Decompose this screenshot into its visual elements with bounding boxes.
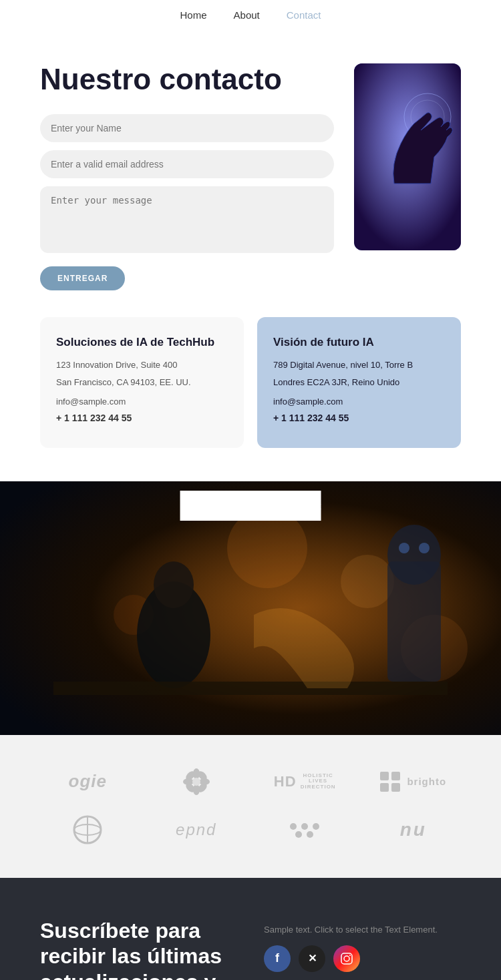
card-blue: Visión de futuro IA 789 Digital Avenue, … [257, 317, 461, 448]
footer-left: Suscríbete para recibir las últimas actu… [40, 918, 237, 980]
card2-email: info@sample.com [273, 395, 445, 409]
hero-section: Home About Contact [0, 481, 501, 735]
card2-phone: + 1 111 232 44 55 [273, 411, 445, 425]
logos-section: ogie HD HOLISTICLIVESDIRECTION [0, 735, 501, 878]
contact-title: Nuestro contacto [40, 63, 334, 95]
social-icons: f ✕ [264, 945, 360, 972]
svg-rect-27 [380, 783, 389, 792]
logo-circle [73, 815, 102, 844]
contact-image [354, 63, 461, 250]
card2-address1: 789 Digital Avenue, nivel 10, Torre B [273, 358, 445, 372]
svg-point-6 [341, 555, 394, 608]
instagram-icon[interactable] [333, 945, 360, 972]
logo-dots [288, 820, 321, 840]
footer-section: Suscríbete para recibir las últimas actu… [0, 878, 501, 980]
svg-point-24 [192, 778, 200, 786]
footer-right: Sample text. Click to select the Text El… [264, 918, 461, 980]
logo-flower [183, 768, 210, 795]
svg-point-36 [307, 831, 313, 838]
card1-email: info@sample.com [56, 395, 228, 409]
svg-point-33 [301, 823, 308, 830]
card1-title: Soluciones de IA de TechHub [56, 336, 228, 349]
svg-point-13 [387, 525, 441, 585]
card2-address2: Londres EC2A 3JR, Reino Unido [273, 376, 445, 389]
svg-rect-26 [391, 772, 400, 780]
nav-contact[interactable]: Contact [287, 9, 321, 21]
svg-rect-11 [53, 682, 448, 695]
svg-point-14 [399, 543, 409, 553]
nav-about[interactable]: About [234, 9, 260, 21]
hero-nav-home[interactable]: Home [180, 500, 207, 511]
contact-section: Nuestro contacto ENTREGAR [0, 30, 501, 317]
card1-address2: San Francisco, CA 94103, EE. UU. [56, 376, 228, 389]
footer-sample-text[interactable]: Sample text. Click to select the Text El… [264, 925, 438, 935]
facebook-icon[interactable]: f [264, 945, 291, 972]
hero-nav: Home About Contact [180, 491, 321, 521]
svg-point-15 [419, 543, 430, 553]
logo-brighto: brighto [380, 772, 446, 792]
hero-nav-contact[interactable]: Contact [287, 500, 321, 511]
x-icon[interactable]: ✕ [299, 945, 325, 972]
svg-rect-28 [391, 783, 400, 792]
svg-point-39 [349, 955, 351, 956]
card1-address1: 123 Innovation Drive, Suite 400 [56, 358, 228, 372]
svg-point-34 [313, 823, 319, 830]
message-input[interactable] [40, 186, 334, 253]
main-nav: Home About Contact [0, 0, 501, 30]
card-white: Soluciones de IA de TechHub 123 Innovati… [40, 317, 244, 448]
svg-point-35 [295, 831, 302, 838]
card1-phone: + 1 111 232 44 55 [56, 411, 228, 425]
name-input[interactable] [40, 114, 334, 142]
email-input[interactable] [40, 150, 334, 178]
footer-heading: Suscríbete para recibir las últimas actu… [40, 918, 237, 980]
contact-form-area: Nuestro contacto ENTREGAR [40, 63, 334, 290]
nav-home[interactable]: Home [180, 9, 207, 21]
cards-section: Soluciones de IA de TechHub 123 Innovati… [0, 317, 501, 481]
logo-ogie: ogie [69, 771, 107, 792]
svg-point-38 [344, 956, 349, 961]
svg-rect-25 [380, 772, 389, 780]
logo-hd: HD HOLISTICLIVESDIRECTION [274, 773, 336, 790]
logo-nu: nu [400, 819, 427, 840]
footer-top: Suscríbete para recibir las últimas actu… [40, 918, 461, 980]
svg-point-32 [290, 823, 297, 830]
svg-point-10 [154, 561, 194, 608]
hero-nav-about[interactable]: About [234, 500, 260, 511]
submit-button[interactable]: ENTREGAR [40, 266, 125, 290]
logo-epnd: epnd [176, 820, 216, 839]
card2-title: Visión de futuro IA [273, 336, 445, 349]
